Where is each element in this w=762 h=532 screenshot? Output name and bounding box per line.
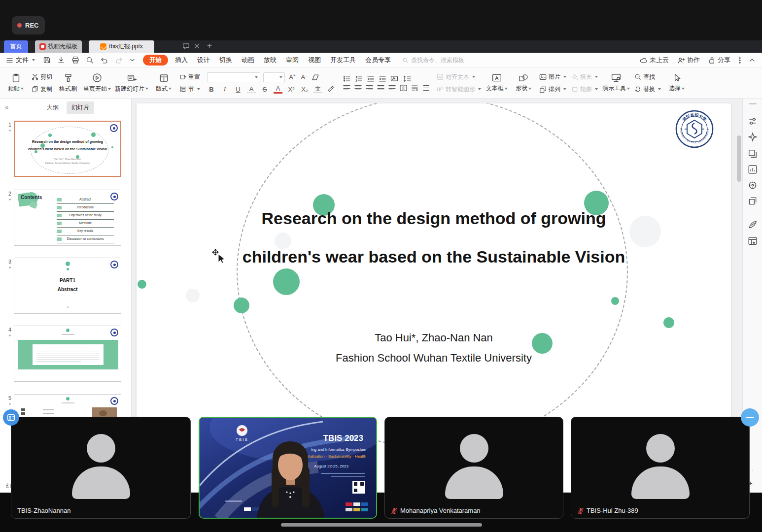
undo-icon[interactable]: [100, 56, 108, 64]
tab-document[interactable]: tbis汇报.pptx: [89, 40, 154, 53]
menu-item-animation[interactable]: 动画: [242, 56, 254, 65]
print-preview-icon[interactable]: [86, 56, 94, 64]
italic-button[interactable]: I: [220, 85, 229, 93]
slide-thumbnail-2[interactable]: Contents Abstract Introduction Objective…: [14, 190, 121, 246]
underline-button[interactable]: U: [234, 86, 242, 93]
chart-panel-icon[interactable]: [748, 165, 758, 174]
more-commands-icon[interactable]: [130, 58, 135, 62]
print-icon[interactable]: [71, 56, 79, 64]
paragraph-spacing-icon[interactable]: [411, 85, 418, 91]
decor-circle[interactable]: [611, 297, 619, 305]
copy-button[interactable]: 复制: [30, 84, 54, 95]
collaborate-button[interactable]: 协作: [677, 56, 700, 65]
meeting-contacts-button[interactable]: [3, 409, 19, 426]
section-button[interactable]: 节: [177, 84, 202, 95]
participant-tile-4[interactable]: TBIS-Hui Zhu-389: [571, 417, 750, 519]
horizontal-scrollbar[interactable]: [281, 523, 482, 527]
menu-item-view[interactable]: 视图: [308, 56, 321, 65]
slide-authors[interactable]: Tao Hui*, Zhao-Nan Nan: [137, 332, 731, 344]
participant-tile-1[interactable]: TBIS-ZhaoNannan: [11, 417, 191, 519]
save-icon[interactable]: [43, 56, 51, 64]
columns-icon[interactable]: [400, 85, 407, 91]
slide-thumbnail-3[interactable]: PART1 Abstract: [14, 258, 121, 314]
numbering-icon[interactable]: [355, 75, 363, 82]
menu-item-insert[interactable]: 插入: [175, 56, 188, 65]
decor-circle[interactable]: [138, 280, 146, 289]
slide-affiliation[interactable]: Fashion School Wuhan Textile University: [137, 352, 731, 365]
share-button[interactable]: 分享: [708, 56, 730, 65]
text-direction-icon[interactable]: [390, 75, 399, 82]
recording-indicator[interactable]: REC: [12, 16, 45, 34]
play-from-current-button[interactable]: 当页开始: [82, 69, 112, 97]
template-panel-icon[interactable]: [748, 236, 758, 246]
paste-button[interactable]: 粘贴: [3, 69, 29, 97]
university-logo[interactable]: 武汉纺织大学 WUHAN TEXTILE UNIVERSITY: [675, 109, 714, 149]
tab-slides[interactable]: 幻灯片: [67, 101, 94, 114]
justify-icon[interactable]: [377, 85, 384, 91]
bullets-icon[interactable]: [343, 75, 351, 82]
outline-button[interactable]: 轮廓: [569, 84, 600, 95]
menu-item-review[interactable]: 审阅: [286, 56, 299, 65]
slide-thumbnail-1[interactable]: Research on the design method of growing…: [14, 121, 121, 177]
redo-icon[interactable]: [115, 56, 123, 64]
new-tab-button[interactable]: +: [207, 41, 212, 51]
close-tab-icon[interactable]: [193, 42, 201, 50]
font-size-select[interactable]: [263, 72, 285, 82]
tab-template-store[interactable]: 找稻壳模板: [35, 40, 82, 53]
effects-icon[interactable]: [748, 132, 758, 142]
slide-layout-button[interactable]: 版式: [151, 69, 176, 97]
convert-smartart-button[interactable]: 转智能图形: [435, 84, 483, 95]
collapse-panel-button[interactable]: «: [5, 103, 8, 111]
line-spacing-icon[interactable]: [403, 75, 411, 82]
distribute-icon[interactable]: [388, 85, 396, 91]
strikethrough-button[interactable]: S: [260, 86, 269, 93]
decrease-indent-icon[interactable]: [367, 75, 375, 82]
new-slide-button[interactable]: 新建幻灯片: [113, 69, 150, 97]
superscript-button[interactable]: X²: [287, 86, 296, 93]
decor-circle[interactable]: [273, 268, 300, 295]
presentation-tools-button[interactable]: 演示工具: [601, 69, 631, 97]
menu-item-devtools[interactable]: 开发工具: [330, 56, 356, 65]
font-family-select[interactable]: [207, 72, 260, 82]
participant-tile-3[interactable]: Mohanapriya Venkataraman: [384, 417, 563, 519]
fill-button[interactable]: 填充: [569, 72, 600, 82]
geometry-panel-icon[interactable]: [748, 180, 758, 190]
slide-thumbnail-4[interactable]: [14, 326, 121, 382]
tab-outline[interactable]: 大纲: [42, 101, 64, 114]
arrange-button[interactable]: 排列: [537, 84, 568, 95]
align-left-icon[interactable]: [343, 85, 350, 91]
menu-item-slideshow[interactable]: 放映: [264, 56, 277, 65]
menu-item-home-active[interactable]: 开始: [143, 55, 168, 66]
object-properties-icon[interactable]: [748, 116, 758, 126]
highlight-pen-icon[interactable]: [327, 86, 334, 93]
sidebar-drag-handle[interactable]: [749, 103, 757, 104]
menu-item-member[interactable]: 会员专享: [365, 56, 391, 65]
collapse-videos-button[interactable]: [741, 408, 759, 427]
slide-title-line1[interactable]: Research on the design method of growing: [137, 209, 731, 228]
animation-panel-icon[interactable]: [748, 220, 758, 230]
participant-tile-2-active-speaker[interactable]: TBIS 2023 ing and Informatics Symposium …: [199, 417, 377, 519]
shapes-button[interactable]: 形状: [511, 69, 536, 97]
select-button[interactable]: 选择: [664, 69, 690, 97]
increase-font-icon[interactable]: A+: [288, 73, 297, 81]
find-button[interactable]: 查找: [632, 72, 663, 82]
collapse-ribbon-icon[interactable]: [749, 58, 755, 62]
export-icon[interactable]: [57, 56, 65, 64]
cloud-status-button[interactable]: 未上云: [640, 56, 669, 65]
char-border-button[interactable]: A: [247, 85, 256, 93]
decor-circle[interactable]: [234, 298, 249, 313]
subscript-button[interactable]: X₂: [300, 86, 309, 93]
align-right-icon[interactable]: [366, 85, 373, 91]
menu-item-design[interactable]: 设计: [197, 56, 210, 65]
format-painter-button[interactable]: 格式刷: [55, 69, 81, 97]
clear-format-icon[interactable]: [312, 74, 319, 81]
decrease-font-icon[interactable]: A–: [300, 73, 309, 81]
text-box-button[interactable]: 文本框: [484, 69, 510, 97]
object-panel-icon[interactable]: [748, 196, 758, 206]
reset-button[interactable]: 重置: [177, 72, 202, 82]
slide-layout-panel-icon[interactable]: [748, 149, 758, 159]
align-text-button[interactable]: 对齐文本: [435, 72, 483, 82]
decor-circle[interactable]: [663, 317, 674, 328]
align-center-icon[interactable]: [354, 85, 362, 91]
kebab-menu-icon[interactable]: [739, 57, 741, 64]
